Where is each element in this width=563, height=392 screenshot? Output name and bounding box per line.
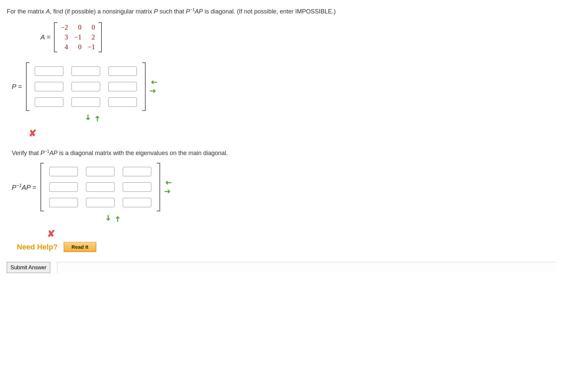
- verify-text-after: is a diagonal matrix with the eigenvalue…: [57, 150, 228, 156]
- matrix-P-cell-input[interactable]: [71, 82, 100, 91]
- verify-prompt: Verify that P−1AP is a diagonal matrix w…: [12, 149, 556, 157]
- matrix-P-cell-input[interactable]: [35, 97, 63, 107]
- matrix-A-display: A = −2 0 0 3 −1 2 4 0 −1: [40, 22, 556, 52]
- need-help-label: Need Help?: [17, 243, 58, 251]
- expr-AP: AP: [195, 8, 203, 15]
- feedback-area: [57, 262, 556, 273]
- read-it-button[interactable]: Read It: [64, 242, 96, 252]
- expr-sup: −1: [45, 149, 49, 154]
- expr-sup: −1: [190, 7, 195, 12]
- add-row-button[interactable]: [105, 215, 112, 222]
- matrix-P-cell-input[interactable]: [108, 66, 137, 76]
- matrix-P-cell-input[interactable]: [35, 82, 63, 91]
- matrix-A-cell: 0: [74, 24, 82, 31]
- prompt-text: such that: [158, 8, 186, 15]
- matrix-A-cell: 2: [88, 33, 95, 41]
- expr-P: P: [186, 8, 190, 15]
- matrix-D-cell-input[interactable]: [49, 182, 78, 192]
- incorrect-icon: ✘: [29, 128, 556, 139]
- matrix-P-cell-input[interactable]: [35, 66, 63, 76]
- matrix-A-cell: −1: [88, 43, 95, 51]
- prompt-text: , find (if possible) a nonsingular matri…: [50, 8, 154, 15]
- matrix-D-cell-input[interactable]: [123, 198, 151, 207]
- matrix-D-cell-input[interactable]: [86, 167, 115, 176]
- prompt-text: For the matrix: [7, 8, 46, 15]
- matrix-D-cell-input[interactable]: [49, 167, 78, 176]
- bracket-right: [157, 163, 160, 211]
- matrix-P-label: P =: [12, 83, 22, 91]
- remove-row-button[interactable]: [94, 114, 101, 122]
- matrix-P-input-block: P =: [12, 62, 556, 111]
- matrix-A-cell: 4: [61, 43, 68, 51]
- remove-column-button[interactable]: [164, 179, 172, 186]
- var-P: P: [154, 8, 158, 15]
- matrix-A-cell: −1: [74, 33, 82, 41]
- matrix-A-cell: 0: [74, 43, 82, 51]
- remove-column-button[interactable]: [150, 79, 157, 86]
- bracket-left: [54, 22, 57, 52]
- bracket-left: [26, 62, 29, 111]
- incorrect-icon: ✘: [47, 228, 556, 239]
- add-row-button[interactable]: [84, 114, 92, 122]
- matrix-A-cell: 0: [88, 24, 95, 31]
- matrix-P-cell-input[interactable]: [108, 97, 137, 107]
- matrix-P-cell-input[interactable]: [71, 97, 100, 107]
- expr-AP: AP: [49, 150, 57, 156]
- expr-P: P: [40, 150, 45, 156]
- matrix-D-cell-input[interactable]: [86, 182, 115, 192]
- matrix-A-label: A =: [40, 33, 51, 41]
- matrix-A-cell: −2: [61, 24, 68, 31]
- question-prompt: For the matrix A, find (if possible) a n…: [7, 7, 556, 16]
- matrix-D-cell-input[interactable]: [49, 198, 78, 207]
- remove-row-button[interactable]: [114, 215, 121, 222]
- var-A: A: [46, 8, 50, 15]
- matrix-D-cell-input[interactable]: [123, 182, 151, 192]
- matrix-P-cell-input[interactable]: [108, 82, 137, 91]
- matrix-D-input-block: P−1AP =: [12, 163, 556, 211]
- bracket-left: [40, 163, 44, 211]
- matrix-P-cell-input[interactable]: [71, 66, 100, 76]
- add-column-button[interactable]: [150, 87, 157, 95]
- add-column-button[interactable]: [164, 188, 172, 195]
- matrix-D-cell-input[interactable]: [123, 167, 151, 176]
- prompt-text: is diagonal. (If not possible, enter IMP…: [203, 8, 336, 15]
- verify-text-before: Verify that: [12, 150, 40, 156]
- matrix-D-cell-input[interactable]: [86, 198, 115, 207]
- matrix-A-cell: 3: [61, 33, 68, 41]
- bracket-right: [142, 62, 146, 111]
- submit-answer-button[interactable]: Submit Answer: [7, 262, 50, 273]
- matrix-D-label: P−1AP =: [12, 183, 36, 191]
- bracket-right: [98, 22, 102, 52]
